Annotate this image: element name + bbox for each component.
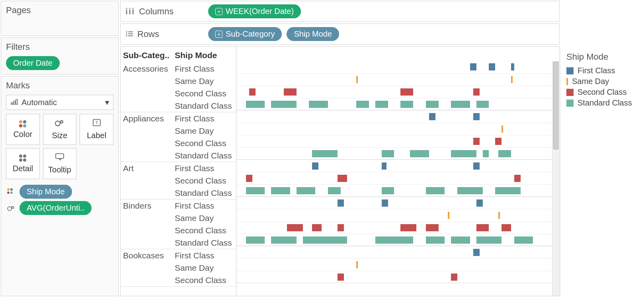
data-mark[interactable] xyxy=(451,274,457,281)
row-header[interactable]: Second Class xyxy=(121,274,236,286)
data-mark[interactable] xyxy=(249,88,256,96)
row-header[interactable]: Standard Class xyxy=(121,149,236,162)
data-mark[interactable] xyxy=(426,224,439,231)
marks-type-dropdown[interactable]: Automatic ▾ xyxy=(6,95,113,110)
columns-pill-week-order-date[interactable]: + WEEK(Order Date) xyxy=(208,4,301,18)
data-mark[interactable] xyxy=(502,125,503,133)
legend-item[interactable]: Second Class xyxy=(566,88,638,97)
data-mark[interactable] xyxy=(476,236,502,244)
data-mark[interactable] xyxy=(375,236,413,244)
data-mark[interactable] xyxy=(246,175,252,182)
rows-shelf[interactable]: Rows + Sub-Category Ship Mode xyxy=(120,23,560,45)
data-mark[interactable] xyxy=(400,88,413,96)
data-mark[interactable] xyxy=(498,150,511,157)
data-mark[interactable] xyxy=(271,236,296,244)
data-mark[interactable] xyxy=(400,101,413,108)
data-mark[interactable] xyxy=(514,175,521,182)
vertical-scrollbar[interactable]: ▲ xyxy=(552,61,559,296)
scrollbar-thumb[interactable] xyxy=(553,62,558,149)
data-mark[interactable] xyxy=(382,199,388,207)
data-mark[interactable] xyxy=(473,113,480,120)
data-mark[interactable] xyxy=(382,150,394,157)
data-mark[interactable] xyxy=(429,113,435,120)
data-mark[interactable] xyxy=(356,261,358,268)
data-mark[interactable] xyxy=(489,63,495,70)
row-header[interactable]: Second Class xyxy=(121,224,236,236)
data-mark[interactable] xyxy=(473,138,480,145)
legend-item[interactable]: First Class xyxy=(566,66,638,75)
filter-pill-order-date[interactable]: Order Date xyxy=(6,56,60,70)
data-mark[interactable] xyxy=(338,224,344,231)
data-mark[interactable] xyxy=(483,150,489,157)
size-encoding-pill[interactable]: AVG(OrderUnti.. xyxy=(20,201,92,215)
data-mark[interactable] xyxy=(246,187,265,194)
legend-item[interactable]: Standard Class xyxy=(566,98,638,107)
data-mark[interactable] xyxy=(356,76,358,83)
pages-shelf[interactable]: Pages xyxy=(1,1,119,36)
data-mark[interactable] xyxy=(338,274,344,281)
data-mark[interactable] xyxy=(473,249,480,256)
data-mark[interactable] xyxy=(476,224,489,231)
plot-area[interactable]: ▲ xyxy=(236,47,559,296)
data-mark[interactable] xyxy=(312,224,322,231)
row-header[interactable]: AppliancesFirst Class xyxy=(121,112,236,125)
data-mark[interactable] xyxy=(375,101,388,108)
data-mark[interactable] xyxy=(287,224,303,231)
data-mark[interactable] xyxy=(470,63,476,70)
color-encoding-pill[interactable]: Ship Mode xyxy=(20,185,72,199)
data-mark[interactable] xyxy=(451,101,470,108)
data-mark[interactable] xyxy=(338,175,347,182)
data-mark[interactable] xyxy=(473,88,480,96)
data-mark[interactable] xyxy=(476,199,483,207)
data-mark[interactable] xyxy=(451,150,476,157)
data-mark[interactable] xyxy=(511,76,513,83)
data-mark[interactable] xyxy=(448,212,449,219)
row-header[interactable]: AccessoriesFirst Class xyxy=(121,63,236,75)
data-mark[interactable] xyxy=(498,212,500,219)
row-header[interactable]: Same Day xyxy=(121,212,236,224)
data-mark[interactable] xyxy=(495,138,502,145)
data-mark[interactable] xyxy=(356,101,369,108)
data-mark[interactable] xyxy=(476,101,489,108)
data-mark[interactable] xyxy=(511,63,514,70)
data-mark[interactable] xyxy=(426,236,445,244)
data-mark[interactable] xyxy=(297,187,316,194)
mark-tooltip-button[interactable]: Tooltip xyxy=(43,148,77,179)
data-mark[interactable] xyxy=(246,101,265,108)
data-mark[interactable] xyxy=(338,199,344,207)
data-mark[interactable] xyxy=(312,150,337,157)
mark-color-button[interactable]: Color xyxy=(6,114,40,145)
mark-detail-button[interactable]: Detail xyxy=(6,148,40,179)
data-mark[interactable] xyxy=(312,162,318,170)
data-mark[interactable] xyxy=(514,236,533,244)
data-mark[interactable] xyxy=(473,162,480,170)
data-mark[interactable] xyxy=(309,101,328,108)
data-mark[interactable] xyxy=(400,224,416,231)
data-mark[interactable] xyxy=(426,187,445,194)
data-mark[interactable] xyxy=(284,88,297,96)
data-mark[interactable] xyxy=(457,187,482,194)
row-header[interactable]: Standard Class xyxy=(121,236,236,249)
row-header[interactable]: Second Class xyxy=(121,87,236,100)
data-mark[interactable] xyxy=(495,187,520,194)
mark-size-button[interactable]: Size xyxy=(43,114,77,145)
rows-pill-sub-category[interactable]: + Sub-Category xyxy=(208,27,282,41)
row-header[interactable]: ArtFirst Class xyxy=(121,162,236,174)
data-mark[interactable] xyxy=(451,236,470,244)
filters-shelf[interactable]: Filters Order Date xyxy=(1,37,119,74)
legend-item[interactable]: Same Day xyxy=(566,77,638,86)
row-header[interactable]: Same Day xyxy=(121,262,236,274)
data-mark[interactable] xyxy=(410,150,429,157)
columns-shelf[interactable]: iii Columns + WEEK(Order Date) xyxy=(120,1,560,22)
row-header[interactable]: Second Class xyxy=(121,174,236,187)
row-header[interactable]: BindersFirst Class xyxy=(121,199,236,212)
data-mark[interactable] xyxy=(246,236,265,244)
row-header[interactable]: Same Day xyxy=(121,125,236,137)
row-header[interactable]: Standard Class xyxy=(121,100,236,112)
data-mark[interactable] xyxy=(382,187,394,194)
row-header[interactable]: Same Day xyxy=(121,75,236,87)
rows-pill-ship-mode[interactable]: Ship Mode xyxy=(287,27,339,41)
mark-label-button[interactable]: T Label xyxy=(80,114,113,145)
data-mark[interactable] xyxy=(502,224,511,231)
data-mark[interactable] xyxy=(303,236,347,244)
